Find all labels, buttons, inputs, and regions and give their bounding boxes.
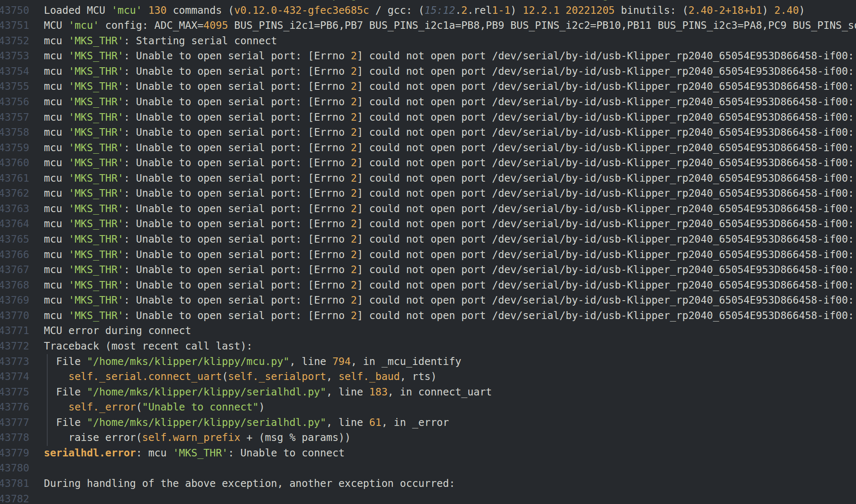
log-token: raise error( (44, 431, 142, 443)
log-token: , (326, 370, 339, 382)
log-token: 794 (332, 355, 351, 367)
log-token: 2 (351, 157, 357, 169)
log-line: 43774 self._serial.connect_uart(self._se… (0, 369, 856, 385)
log-token: ] could not open port /dev/serial/by-id/… (357, 126, 854, 138)
log-line: 43769mcu 'MKS_THR': Unable to open seria… (0, 293, 856, 308)
log-line: 43752mcu 'MKS_THR': Starting serial conn… (0, 33, 856, 49)
log-token: 2 (461, 4, 468, 16)
log-token: v0.12.0-432-gfec3e685c (234, 4, 369, 16)
log-token: webhooks client (44, 0, 142, 1)
log-token: 15:12 (424, 4, 455, 16)
log-token: binutils: ( (615, 4, 688, 16)
log-token: "/home/mks/klipper/klippy/serialhdl.py" (87, 416, 326, 428)
log-token: File (44, 355, 87, 367)
log-token: 'program' (326, 0, 382, 1)
log-line: 43767mcu 'MKS_THR': Unable to open seria… (0, 262, 856, 278)
log-token: mcu (44, 142, 69, 154)
log-token: 2 (351, 248, 357, 261)
log-token: File (44, 416, 87, 428)
log-token: 'moonraker' (394, 0, 461, 1)
log-token: 2 (351, 309, 357, 322)
log-token: 2 (351, 279, 357, 291)
line-text: mcu 'MKS_THR': Unable to open serial por… (44, 140, 856, 156)
line-number: 43765 (0, 232, 29, 247)
log-line: 43766mcu 'MKS_THR': Unable to open seria… (0, 247, 856, 263)
line-number: 43778 (0, 430, 29, 446)
klippy-log-viewer[interactable]: 43749webhooks client 281472981218704: Cl… (0, 0, 856, 504)
log-token: mcu (44, 126, 69, 138)
log-token: 1-1 (492, 4, 510, 16)
log-line: 43763mcu 'MKS_THR': Unable to open seria… (0, 201, 856, 217)
log-token: During handling of the above exception, … (44, 477, 455, 489)
log-token: mcu (44, 50, 69, 62)
log-token: ] could not open port /dev/serial/by-id/… (357, 203, 854, 215)
log-token: ] could not open port /dev/serial/by-id/… (357, 142, 854, 154)
log-token: MCU (44, 19, 69, 31)
line-text: MCU error during connect (44, 323, 856, 339)
log-token: 2 (351, 218, 357, 230)
log-line: 43762mcu 'MKS_THR': Unable to open seria… (0, 186, 856, 201)
line-text: mcu 'MKS_THR': Unable to open serial por… (44, 171, 856, 186)
log-token: 'MKS_THR' (173, 447, 228, 459)
log-line: 43773 File "/home/mks/klipper/klippy/mcu… (0, 354, 856, 370)
log-token: : Unable to open serial port: [Errno (124, 187, 351, 199)
log-line: 43770mcu 'MKS_THR': Unable to open seria… (0, 308, 856, 324)
log-token: : (529, 0, 541, 1)
log-token: ] could not open port /dev/serial/by-id/… (357, 279, 854, 291)
log-token: : Unable to open serial port: [Errno (124, 111, 351, 123)
log-token: : Unable to open serial port: [Errno (124, 248, 351, 261)
log-token: mcu (44, 294, 69, 306)
log-line: 43777 File "/home/mks/klipper/klippy/ser… (0, 415, 856, 431)
log-token: 2.40 (774, 4, 799, 16)
log-token: ) (510, 4, 522, 16)
log-token: ] could not open port /dev/serial/by-id/… (357, 172, 854, 184)
log-token: 2 (351, 80, 357, 92)
log-token: , line (289, 355, 332, 367)
log-token: / gcc: ( (369, 4, 424, 16)
log-line: 43764mcu 'MKS_THR': Unable to open seria… (0, 216, 856, 232)
line-number: 43754 (0, 64, 29, 79)
log-token: , rts) (400, 370, 437, 382)
log-line: 43779serialhdl.error: mcu 'MKS_THR': Una… (0, 446, 856, 461)
log-token: mcu (44, 248, 69, 261)
log-token: ) (799, 4, 805, 16)
line-text: mcu 'MKS_THR': Unable to open serial por… (44, 94, 856, 110)
log-token: 2 (351, 96, 357, 108)
line-number: 43759 (0, 140, 29, 156)
log-line: 43757mcu 'MKS_THR': Unable to open seria… (0, 110, 856, 125)
line-number: 43771 (0, 323, 29, 339)
line-number: 43770 (0, 308, 29, 324)
line-text: mcu 'MKS_THR': Unable to open serial por… (44, 186, 856, 201)
log-line: 43772Traceback (most recent call last): (0, 339, 856, 354)
log-token: mcu (44, 157, 69, 169)
log-token: ( (222, 370, 228, 382)
log-line: 43782 (0, 491, 856, 504)
line-number: 43753 (0, 48, 29, 64)
log-token: 2 (351, 50, 357, 62)
line-number: 43772 (0, 339, 29, 354)
log-token: mcu (44, 233, 69, 245)
log-token: 61 (369, 416, 381, 428)
log-token: ] could not open port /dev/serial/by-id/… (357, 80, 854, 92)
line-text (44, 491, 856, 504)
log-token: 'v0.9.3-0-g3f37326' (541, 0, 658, 1)
line-text: File "/home/mks/klipper/klippy/serialhdl… (44, 415, 856, 431)
log-line: 43765mcu 'MKS_THR': Unable to open seria… (0, 232, 856, 247)
line-number: 43773 (0, 354, 29, 370)
log-token: 'MKS_THR' (69, 96, 124, 108)
log-token: : Unable to open serial port: [Errno (124, 309, 351, 322)
log-token: MCU error during connect (44, 324, 191, 337)
log-token: ] could not open port /dev/serial/by-id/… (357, 157, 854, 169)
line-number: 43774 (0, 369, 29, 385)
log-token: 12.2.1 20221205 (522, 4, 614, 16)
line-number: 43751 (0, 18, 29, 33)
log-token: ] could not open port /dev/serial/by-id/… (357, 111, 854, 123)
log-lines: 43749webhooks client 281472981218704: Cl… (0, 0, 856, 504)
log-line: 43753mcu 'MKS_THR': Unable to open seria… (0, 48, 856, 64)
log-token: , line (326, 416, 369, 428)
log-token: 'MKS_THR' (69, 294, 124, 306)
line-number: 43764 (0, 216, 29, 232)
log-token: } (658, 0, 664, 1)
log-token: "Unable to connect" (142, 401, 259, 413)
log-token: : Unable to open serial port: [Errno (124, 96, 351, 108)
